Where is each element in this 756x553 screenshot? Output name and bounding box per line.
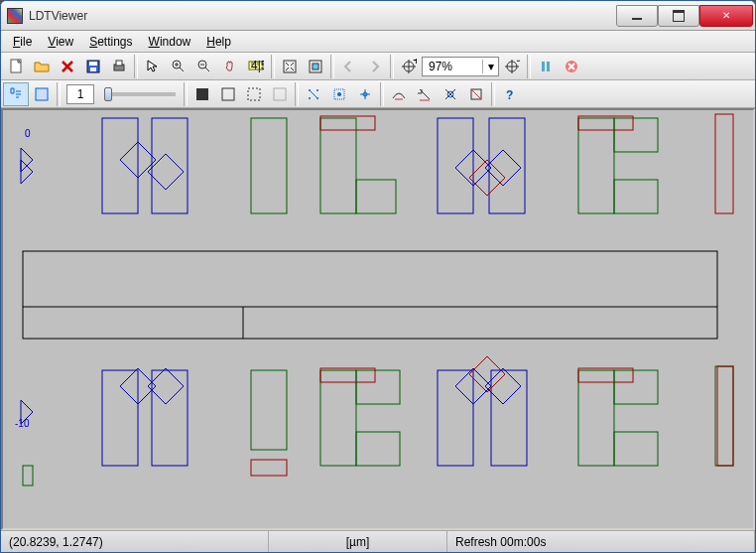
- viewport[interactable]: 0 -10: [1, 108, 755, 530]
- status-coordinates: (20.8239, 1.2747): [1, 531, 269, 552]
- secondary-toolbar: ?: [1, 80, 755, 108]
- svg-rect-2: [89, 62, 97, 66]
- zoom-combo[interactable]: 97% ▾: [422, 57, 499, 76]
- menu-file[interactable]: File: [5, 33, 40, 51]
- lasso-select-tool[interactable]: [3, 82, 29, 106]
- separator: [271, 55, 275, 78]
- svg-rect-71: [251, 370, 287, 450]
- svg-rect-77: [438, 370, 473, 466]
- separator: [527, 55, 531, 78]
- page-slider[interactable]: [104, 92, 176, 96]
- menu-view[interactable]: View: [40, 33, 81, 51]
- svg-rect-38: [274, 88, 286, 100]
- svg-rect-73: [320, 370, 356, 466]
- svg-text:?: ?: [506, 88, 513, 102]
- stop-button[interactable]: [559, 55, 584, 78]
- svg-rect-68: [23, 466, 33, 485]
- svg-rect-64: [614, 118, 658, 152]
- svg-rect-36: [222, 88, 234, 100]
- layer-b-button[interactable]: [412, 82, 438, 106]
- svg-rect-84: [717, 366, 733, 466]
- pan-tool[interactable]: [217, 55, 243, 78]
- svg-rect-58: [320, 118, 356, 213]
- grid-dotted-button[interactable]: [241, 82, 267, 106]
- pointer-tool[interactable]: [140, 55, 166, 78]
- snap-point-button[interactable]: [301, 82, 326, 106]
- separator: [134, 55, 138, 78]
- rect-select-tool[interactable]: [29, 82, 55, 106]
- svg-rect-57: [251, 118, 287, 213]
- menu-window[interactable]: Window: [141, 33, 199, 51]
- svg-rect-63: [578, 118, 614, 213]
- menu-help[interactable]: Help: [198, 33, 239, 51]
- zoom-value: 97%: [423, 60, 482, 73]
- grid-border-button[interactable]: [215, 82, 241, 106]
- grid-dark-button[interactable]: [189, 82, 215, 106]
- close-button[interactable]: ✕: [699, 5, 753, 27]
- svg-text:−: −: [516, 59, 520, 68]
- window-title: LDTViewer: [29, 9, 616, 23]
- svg-rect-29: [542, 62, 545, 71]
- help-button[interactable]: ?: [497, 82, 523, 106]
- zoom-in-tool[interactable]: [166, 55, 191, 78]
- snap-mid-button[interactable]: [326, 82, 352, 106]
- svg-point-40: [316, 89, 318, 91]
- svg-line-43: [310, 90, 317, 98]
- menu-settings[interactable]: Settings: [81, 33, 140, 51]
- svg-line-7: [180, 68, 184, 71]
- svg-rect-65: [614, 180, 658, 213]
- status-units: [µm]: [269, 531, 447, 552]
- svg-rect-30: [547, 62, 550, 71]
- fit-window-button[interactable]: [277, 55, 303, 78]
- save-button[interactable]: [80, 55, 106, 78]
- measure-tool[interactable]: 4|5: [243, 55, 269, 78]
- prev-page-button[interactable]: [336, 55, 362, 78]
- svg-point-45: [337, 92, 341, 96]
- svg-rect-18: [284, 61, 296, 72]
- zoom-target-button[interactable]: +: [396, 55, 422, 78]
- zoom-dropdown-icon[interactable]: ▾: [482, 60, 498, 73]
- zoom-out-tool[interactable]: [191, 55, 217, 78]
- delete-button[interactable]: [55, 55, 80, 78]
- layer-a-button[interactable]: [386, 82, 412, 106]
- separator: [491, 82, 495, 106]
- svg-rect-75: [356, 432, 400, 466]
- menu-bar: File View Settings Window Help: [1, 31, 755, 53]
- window-controls: ✕: [616, 5, 755, 27]
- svg-rect-3: [90, 68, 96, 71]
- snap-grid-button[interactable]: [352, 82, 378, 106]
- svg-rect-37: [248, 88, 260, 100]
- svg-rect-35: [196, 88, 208, 100]
- layer-c-button[interactable]: [438, 82, 463, 106]
- layer-d-button[interactable]: [463, 82, 489, 106]
- new-button[interactable]: [3, 55, 29, 78]
- status-refresh: Refresh 00m:00s: [447, 531, 755, 552]
- pause-button[interactable]: [533, 55, 559, 78]
- main-toolbar: 4|5 + 97% ▾ −: [1, 53, 755, 80]
- svg-rect-69: [102, 370, 138, 466]
- svg-rect-5: [116, 61, 122, 66]
- drawing-canvas: [3, 110, 737, 527]
- open-button[interactable]: [29, 55, 55, 78]
- title-bar[interactable]: LDTViewer ✕: [1, 1, 755, 31]
- svg-rect-83: [715, 366, 733, 466]
- minimize-button[interactable]: [616, 5, 658, 27]
- svg-text:4|5: 4|5: [251, 59, 264, 72]
- svg-text:+: +: [413, 59, 417, 68]
- svg-rect-80: [614, 370, 658, 404]
- separator: [57, 82, 61, 106]
- svg-rect-81: [614, 432, 658, 466]
- page-input[interactable]: [66, 84, 94, 104]
- slider-thumb-icon[interactable]: [104, 87, 112, 101]
- grid-light-button[interactable]: [267, 82, 293, 106]
- zoom-reset-button[interactable]: −: [499, 55, 525, 78]
- svg-rect-59: [356, 180, 396, 213]
- svg-rect-72: [251, 460, 287, 476]
- fit-all-button[interactable]: [303, 55, 328, 78]
- svg-line-11: [205, 68, 209, 71]
- svg-rect-78: [491, 370, 527, 466]
- maximize-button[interactable]: [658, 5, 699, 27]
- app-icon: [7, 8, 23, 24]
- next-page-button[interactable]: [362, 55, 388, 78]
- print-button[interactable]: [106, 55, 132, 78]
